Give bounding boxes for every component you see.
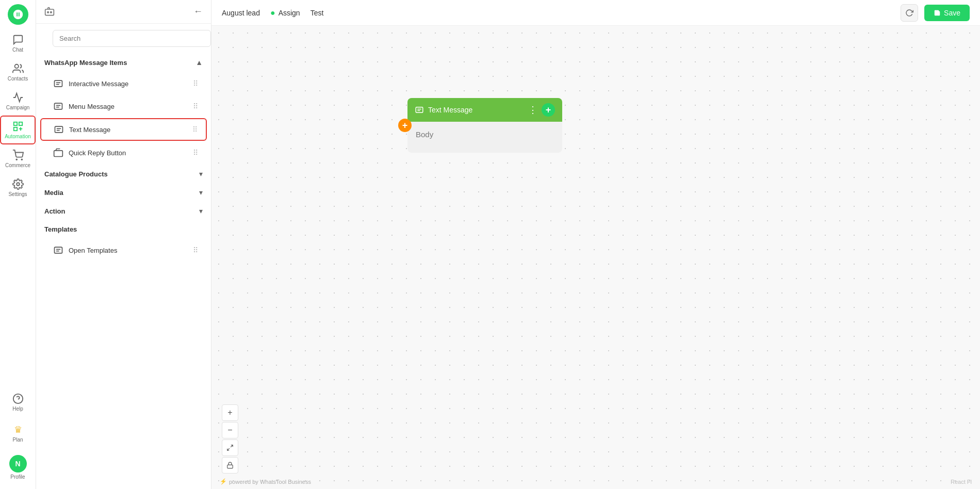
tab-assign-label: Assign <box>279 9 300 17</box>
lock-button[interactable] <box>222 457 238 474</box>
whatsapp-chevron: ▲ <box>195 58 203 67</box>
svg-rect-3 <box>13 127 17 131</box>
templates-icon <box>53 245 63 255</box>
interactive-label: Interactive Message <box>69 80 128 88</box>
refresh-button[interactable] <box>901 4 918 22</box>
node-body: Body <box>407 122 562 153</box>
search-input[interactable] <box>53 30 211 47</box>
tab-august[interactable]: August lead <box>222 9 260 17</box>
panel-item-menu[interactable]: Menu Message ⠿ <box>40 95 207 117</box>
save-button[interactable]: Save <box>924 5 970 21</box>
panel-content: WhatsApp Message Items ▲ Interactive Mes… <box>36 53 211 489</box>
profile-avatar: N <box>9 455 27 472</box>
drag-handle-menu[interactable]: ⠿ <box>193 102 198 110</box>
nav-item-settings[interactable]: Settings <box>0 173 36 202</box>
top-bar: August lead ● Assign Test Save <box>211 0 980 26</box>
svg-point-6 <box>17 183 20 186</box>
svg-point-0 <box>14 64 18 68</box>
section-whatsapp-title: WhatsApp Message Items <box>44 59 127 67</box>
svg-point-5 <box>21 159 22 160</box>
nav-item-commerce[interactable]: Commerce <box>0 144 36 173</box>
nav-item-contacts[interactable]: Contacts <box>0 58 36 87</box>
nav-item-help[interactable]: Help <box>0 388 36 417</box>
templates-items: Open Templates ⠿ <box>36 239 211 261</box>
section-media-title: Media <box>44 189 63 197</box>
search-wrap <box>36 24 211 53</box>
canvas-watermark: ⚡ powered by WhatsTool Business <box>220 478 311 485</box>
node-menu-button[interactable]: ⋮ <box>528 105 537 115</box>
text-label: Text Message <box>69 126 110 134</box>
tab-assign[interactable]: ● Assign <box>270 8 300 18</box>
panel-item-interactive[interactable]: Interactive Message ⠿ <box>40 73 207 94</box>
logo[interactable] <box>8 4 28 25</box>
svg-rect-12 <box>55 80 62 87</box>
svg-rect-21 <box>54 151 63 157</box>
svg-rect-1 <box>13 122 17 125</box>
bot-icon <box>44 7 55 17</box>
watermark-text: powered by WhatsTool Business <box>229 479 311 485</box>
nav-campaign-label: Campaign <box>6 105 30 110</box>
fit-view-button[interactable] <box>222 439 238 456</box>
drag-handle-templates[interactable]: ⠿ <box>193 246 198 254</box>
section-action[interactable]: Action ▾ <box>36 202 211 220</box>
section-templates: Templates <box>36 220 211 238</box>
panel-item-open-templates[interactable]: Open Templates ⠿ <box>40 239 207 261</box>
section-catalogue[interactable]: Catalogue Products ▾ <box>36 165 211 183</box>
nav-profile-label: Profile <box>10 474 25 480</box>
action-chevron: ▾ <box>199 207 203 215</box>
svg-point-10 <box>47 11 49 13</box>
node-add-right-button[interactable]: + <box>542 103 555 117</box>
nav-commerce-label: Commerce <box>5 162 30 168</box>
back-arrow[interactable]: ← <box>193 6 203 17</box>
panel-item-quickreply[interactable]: Quick Reply Button ⠿ <box>40 142 207 164</box>
tab-test-label: Test <box>311 9 324 17</box>
canvas-controls: + − <box>222 404 238 474</box>
media-chevron: ▾ <box>199 188 203 197</box>
node-add-left-button[interactable]: + <box>398 119 412 132</box>
nav-item-campaign[interactable]: Campaign <box>0 87 36 116</box>
section-action-title: Action <box>44 207 65 215</box>
save-label: Save <box>944 9 960 17</box>
svg-point-11 <box>51 11 52 13</box>
section-media[interactable]: Media ▾ <box>36 183 211 202</box>
svg-rect-9 <box>45 9 54 15</box>
node-body-placeholder: Body <box>416 130 433 139</box>
nav-settings-label: Settings <box>8 191 27 197</box>
drag-handle-quickreply[interactable]: ⠿ <box>193 149 198 157</box>
drag-handle-text[interactable]: ⠿ <box>192 125 198 134</box>
nav-item-profile[interactable]: N Profile <box>0 450 36 485</box>
svg-rect-15 <box>55 103 62 109</box>
nav-bottom: Help ♛ Plan N Profile <box>0 388 36 489</box>
sidebar-panel: ← WhatsApp Message Items ▲ Interactive M… <box>36 0 211 489</box>
nav-item-chat[interactable]: Chat <box>0 29 36 58</box>
panel-item-text[interactable]: Text Message ⠿ <box>40 118 207 141</box>
save-icon <box>934 9 941 17</box>
svg-line-29 <box>227 448 230 450</box>
svg-rect-22 <box>55 247 62 253</box>
lock-icon <box>226 462 234 469</box>
react-label: React Fl <box>951 479 972 485</box>
flow-node-text-message: + Text Message ⋮ + Body <box>407 98 562 153</box>
zoom-out-button[interactable]: − <box>222 422 238 438</box>
nav-chat-label: Chat <box>12 47 23 53</box>
interactive-icon <box>53 78 63 89</box>
zoom-in-button[interactable]: + <box>222 404 238 421</box>
open-templates-label: Open Templates <box>69 247 117 254</box>
panel-header: ← <box>36 0 211 24</box>
section-whatsapp[interactable]: WhatsApp Message Items ▲ <box>36 53 211 72</box>
tab-august-label: August lead <box>222 9 260 17</box>
catalogue-chevron: ▾ <box>199 170 203 178</box>
quickreply-icon <box>53 148 63 158</box>
menu-label: Menu Message <box>69 103 115 110</box>
top-bar-actions: Save <box>901 4 970 22</box>
nav-item-plan[interactable]: ♛ Plan <box>0 419 36 448</box>
section-catalogue-title: Catalogue Products <box>44 170 108 178</box>
svg-rect-18 <box>55 126 63 133</box>
tab-test[interactable]: Test <box>311 9 324 17</box>
nav-item-automation[interactable]: Automation <box>0 116 36 144</box>
section-templates-title: Templates <box>44 225 77 233</box>
drag-handle-interactive[interactable]: ⠿ <box>193 79 198 88</box>
svg-line-28 <box>231 445 233 447</box>
canvas[interactable]: + Text Message ⋮ + Body + − <box>211 26 980 489</box>
quickreply-label: Quick Reply Button <box>69 149 126 157</box>
